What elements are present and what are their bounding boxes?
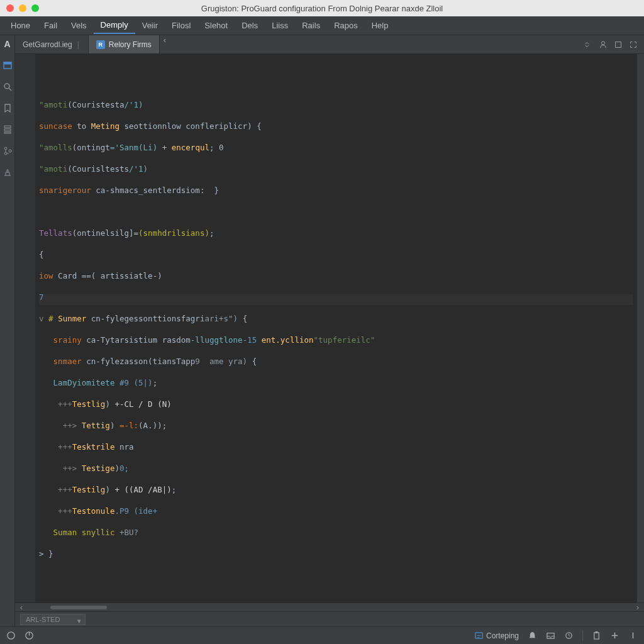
chevron-down-icon: ▾ [77, 617, 81, 625]
menubar: Hone Fail Vels Demply Veiir Filosl Sleho… [0, 16, 644, 35]
code-editor[interactable]: "amoti(Couristesta/'1) suncase to Meting… [15, 54, 644, 602]
menu-slehot[interactable]: Slehot [197, 18, 235, 33]
svg-rect-19 [596, 631, 598, 633]
vcs-tool-icon[interactable] [3, 146, 13, 156]
menu-help[interactable]: Help [365, 18, 396, 33]
tab-relory-firms[interactable]: R Relory Firms [89, 35, 160, 53]
svg-rect-4 [4, 126, 11, 128]
breadcrumb-select[interactable]: ARL-STED ▾ [20, 614, 86, 625]
bookmark-tool-icon[interactable] [3, 103, 13, 113]
left-tool-strip: A [0, 35, 15, 626]
power-icon[interactable] [6, 631, 16, 640]
workspace: A GetGarrodl.ieg | R Rel [0, 35, 644, 626]
scroll-track[interactable] [28, 605, 631, 610]
maximize-icon[interactable] [629, 40, 638, 49]
status-label: Corteping [486, 631, 519, 640]
menu-hone[interactable]: Hone [4, 18, 37, 33]
svg-point-8 [4, 152, 7, 155]
menu-fail[interactable]: Fail [37, 18, 64, 33]
tool-a-icon[interactable]: A [3, 39, 13, 49]
statusbar: Corteping [0, 626, 644, 644]
file-type-icon: R [96, 40, 105, 49]
scroll-left-icon[interactable]: ‹ [18, 604, 25, 611]
notifications-icon[interactable] [528, 631, 537, 640]
window-title: Grugiston: ProGuard configuration From D… [0, 4, 644, 13]
add-icon[interactable] [610, 631, 619, 640]
titlebar: Grugiston: ProGuard configuration From D… [0, 0, 644, 16]
task-icon [474, 631, 484, 640]
project-tool-icon[interactable] [3, 60, 13, 70]
stop-icon[interactable] [25, 631, 34, 640]
breadcrumb-bar: ARL-STED ▾ [15, 611, 644, 626]
status-corteping[interactable]: Corteping [474, 631, 519, 640]
menu-veiir[interactable]: Veiir [135, 18, 165, 33]
editor-tabbar: GetGarrodl.ieg | R Relory Firms ‹ [15, 35, 644, 54]
scroll-right-icon[interactable]: › [634, 604, 641, 611]
build-tool-icon[interactable] [3, 167, 13, 177]
svg-point-2 [4, 84, 9, 89]
menu-vels[interactable]: Vels [64, 18, 94, 33]
menu-dels[interactable]: Dels [235, 18, 265, 33]
tab-label: Relory Firms [109, 40, 152, 49]
code-content[interactable]: "amoti(Couristesta/'1) suncase to Meting… [35, 54, 636, 602]
structure-tool-icon[interactable] [3, 125, 13, 135]
editor-area: GetGarrodl.ieg | R Relory Firms ‹ "amoti… [15, 35, 644, 626]
editor-right-gutter [636, 54, 644, 602]
window-icon[interactable] [614, 40, 623, 49]
svg-rect-5 [4, 129, 11, 131]
svg-point-9 [9, 150, 11, 152]
menu-rails[interactable]: Rails [295, 18, 327, 33]
user-icon[interactable] [599, 40, 608, 49]
svg-rect-1 [4, 62, 11, 64]
svg-point-7 [4, 147, 7, 150]
horizontal-scrollbar[interactable]: ‹ › [15, 602, 644, 611]
svg-rect-11 [616, 42, 621, 47]
status-separator-icon [582, 631, 583, 641]
svg-rect-18 [594, 633, 599, 639]
sync-icon[interactable] [564, 631, 574, 640]
menu-liiss[interactable]: Liiss [265, 18, 295, 33]
search-tool-icon[interactable] [3, 82, 13, 92]
inbox-icon[interactable] [546, 631, 555, 640]
svg-line-3 [9, 88, 11, 91]
tab-getgarrodl[interactable]: GetGarrodl.ieg | [15, 35, 89, 53]
menu-rapos[interactable]: Rapos [327, 18, 365, 33]
more-icon[interactable] [628, 631, 638, 640]
tab-nav-left-icon[interactable]: ‹ [160, 35, 170, 53]
svg-point-12 [8, 632, 14, 639]
svg-rect-6 [4, 132, 11, 133]
menu-filosl[interactable]: Filosl [165, 18, 197, 33]
svg-point-10 [601, 41, 604, 44]
line-gutter [15, 54, 35, 602]
tab-separator-icon: | [77, 40, 79, 49]
menu-demply[interactable]: Demply [94, 17, 135, 34]
clipboard-icon[interactable] [592, 631, 601, 640]
expand-icon[interactable] [584, 40, 592, 49]
tabbar-actions [577, 35, 644, 53]
tab-label: GetGarrodl.ieg [23, 40, 72, 49]
breadcrumb-value: ARL-STED [26, 616, 60, 623]
scroll-thumb[interactable] [50, 606, 107, 609]
